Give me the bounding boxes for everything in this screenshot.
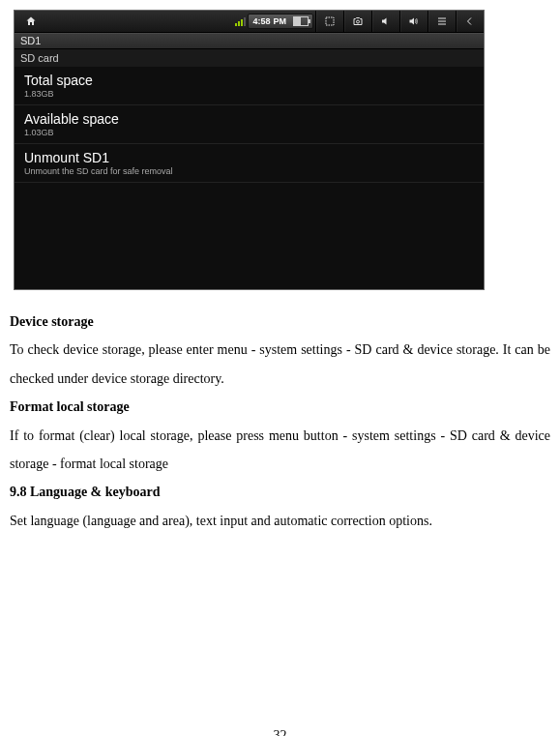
screen-tab-label: SD1: [15, 33, 484, 49]
item-sub: 1.83GB: [24, 89, 474, 99]
time-text: 4:58: [252, 16, 270, 26]
volume-down-icon[interactable]: [371, 11, 399, 32]
home-icon[interactable]: [15, 11, 47, 32]
list-item[interactable]: Total space 1.83GB: [15, 67, 484, 105]
paragraph: If to format (clear) local storage, plea…: [10, 422, 550, 479]
paragraph: Set language (language and area), text i…: [10, 507, 550, 535]
menu-icon[interactable]: [427, 11, 456, 32]
heading-format-local-storage: Format local storage: [10, 393, 550, 421]
status-bar: 4:58 PM: [15, 11, 484, 33]
list-item[interactable]: Unmount SD1 Unmount the SD card for safe…: [15, 144, 484, 183]
section-header: SD card: [15, 49, 484, 67]
item-title: Available space: [24, 111, 474, 127]
svg-rect-0: [326, 17, 334, 25]
item-title: Total space: [24, 73, 474, 88]
item-sub: Unmount the SD card for safe removal: [24, 166, 474, 176]
time-ampm: PM: [274, 16, 287, 26]
page-number: 32: [10, 728, 550, 736]
clock: 4:58 PM: [248, 14, 313, 29]
list-item[interactable]: Available space 1.03GB: [15, 105, 484, 144]
device-screenshot: 4:58 PM SD1 SD card: [14, 10, 485, 290]
battery-icon: [293, 16, 309, 26]
volume-up-icon[interactable]: [399, 11, 427, 32]
heading-language-keyboard: 9.8 Language & keyboard: [10, 478, 550, 506]
heading-device-storage: Device storage: [10, 308, 550, 336]
camera-icon[interactable]: [343, 11, 371, 32]
storage-panel: Total space 1.83GB Available space 1.03G…: [15, 67, 484, 289]
signal-icon: [235, 16, 246, 26]
svg-point-1: [357, 20, 360, 23]
paragraph: To check device storage, please enter me…: [10, 336, 550, 393]
item-title: Unmount SD1: [24, 150, 474, 165]
back-icon[interactable]: [456, 11, 484, 32]
item-sub: 1.03GB: [24, 128, 474, 137]
document-body: Device storage To check device storage, …: [10, 308, 550, 535]
screenshot-icon[interactable]: [315, 11, 343, 32]
